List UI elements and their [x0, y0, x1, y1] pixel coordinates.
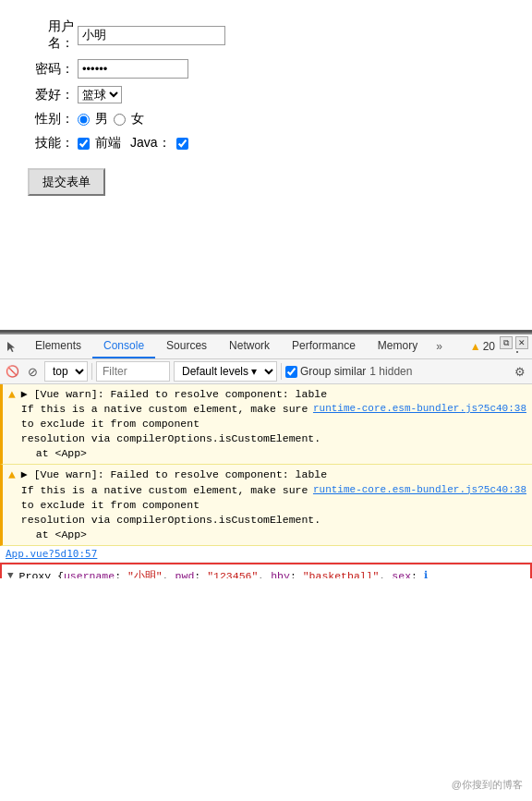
warning-content-2: ▶ [Vue warn]: Failed to resolve componen… [21, 467, 526, 541]
tab-console[interactable]: Console [92, 334, 155, 358]
devtools-panel: ⧉ ✕ Elements Console Sources Network Per… [0, 333, 532, 578]
tab-network[interactable]: Network [218, 334, 281, 358]
form-row-hobby: 爱好： 篮球 [28, 86, 504, 103]
tab-more[interactable]: » [429, 335, 450, 358]
warning-at-1: at <App> [21, 446, 526, 461]
gender-radio-group: 男 女 [78, 111, 144, 127]
proxy-info-icon: ℹ [424, 568, 428, 578]
tab-performance[interactable]: Performance [281, 334, 367, 358]
form-row-gender: 性别： 男 女 [28, 111, 504, 127]
warning-detail-1: If this is a native custom element, make… [21, 403, 320, 444]
devtools-close-button[interactable]: ✕ [515, 336, 528, 349]
hobby-label: 爱好： [28, 87, 74, 103]
group-similar-label: Group similar [300, 365, 366, 378]
warning-at-2: at <App> [21, 528, 526, 542]
watermark: @你搜到的博客 [452, 778, 523, 792]
skill-frontend-checkbox[interactable] [78, 138, 90, 150]
warning-message-1: ▲ ▶ [Vue warn]: Failed to resolve compon… [0, 384, 532, 465]
submit-button[interactable]: 提交表单 [28, 168, 105, 196]
form-row-password: 密码： [28, 59, 504, 79]
page-content: 用户名： 密码： 爱好： 篮球 性别： 男 女 技能： 前端 Java： 提交表… [0, 0, 532, 333]
divider [91, 363, 92, 380]
username-input[interactable] [78, 26, 225, 45]
warning-link-1[interactable]: runtime-core.esm-bundler.js?5c40:38 [313, 402, 526, 416]
tab-memory[interactable]: Memory [367, 334, 429, 358]
clear-console-icon[interactable]: 🚫 [4, 363, 20, 380]
proxy-header: ▼ Proxy {username: "小明", pwd: "123456", … [7, 568, 525, 578]
proxy-expand-arrow[interactable]: ▼ [7, 568, 14, 578]
skill-label: 技能： [28, 135, 74, 152]
username-label: 用户名： [28, 18, 74, 52]
app-vue-link[interactable]: App.vue?5d10:57 [6, 548, 97, 560]
skill-java-checkbox[interactable] [176, 138, 188, 150]
warning-link-2[interactable]: runtime-core.esm-bundler.js?5c40:38 [313, 483, 526, 497]
devtools-resize-button[interactable]: ⧉ [500, 336, 513, 349]
tab-sources[interactable]: Sources [155, 334, 218, 358]
warning-text-2: [Vue warn]: Failed to resolve component:… [34, 468, 327, 480]
warning-expand-2[interactable]: ▶ [21, 468, 28, 480]
gender-male-label: 男 [95, 111, 108, 127]
skill-checkbox-group: 前端 Java： [78, 135, 188, 152]
console-toolbar: 🚫 ⊘ top Default levels ▾ Group similar 1… [0, 359, 532, 384]
password-input[interactable] [78, 59, 188, 79]
warning-detail-2: If this is a native custom element, make… [21, 484, 320, 526]
form-row-skill: 技能： 前端 Java： [28, 135, 504, 152]
console-settings-icon[interactable]: ⚙ [512, 363, 528, 380]
hidden-count: 1 hidden [369, 365, 412, 378]
form-row-username: 用户名： [28, 18, 504, 52]
tab-elements[interactable]: Elements [24, 334, 92, 358]
alert-count: 20 [483, 340, 495, 353]
password-label: 密码： [28, 61, 74, 78]
console-output[interactable]: ▲ ▶ [Vue warn]: Failed to resolve compon… [0, 384, 532, 578]
alert-badge-container: ▲ 20 [470, 340, 502, 353]
alert-triangle-icon: ▲ [470, 340, 481, 353]
warning-icon-1: ▲ [8, 388, 16, 402]
levels-select[interactable]: Default levels ▾ [174, 361, 277, 382]
proxy-block: ▼ Proxy {username: "小明", pwd: "123456", … [0, 563, 532, 578]
divider2 [281, 363, 282, 380]
warning-content-1: ▶ [Vue warn]: Failed to resolve componen… [21, 387, 526, 461]
devtools-tabs: Elements Console Sources Network Perform… [0, 334, 532, 359]
proxy-header-text: Proxy {username: "小明", pwd: "123456", hb… [19, 568, 417, 578]
filter-input[interactable] [96, 361, 170, 382]
warning-message-2: ▲ ▶ [Vue warn]: Failed to resolve compon… [0, 465, 532, 545]
group-similar-checkbox-group: Group similar [285, 365, 366, 378]
warning-expand-1[interactable]: ▶ [21, 388, 28, 400]
devtools-cursor-icon [0, 340, 24, 353]
hobby-select[interactable]: 篮球 [78, 86, 122, 103]
group-similar-checkbox[interactable] [285, 366, 297, 378]
app-link-line: App.vue?5d10:57 [0, 546, 532, 563]
warning-text-1: [Vue warn]: Failed to resolve component:… [34, 388, 327, 400]
context-select[interactable]: top [44, 361, 88, 382]
skill-frontend-label: 前端 [95, 135, 121, 152]
gender-male-radio[interactable] [78, 114, 90, 126]
skill-java-label: Java： [130, 135, 171, 152]
filter-icon[interactable]: ⊘ [24, 363, 41, 380]
warning-icon-2: ▲ [8, 468, 16, 482]
gender-female-label: 女 [131, 111, 144, 127]
gender-female-radio[interactable] [114, 114, 126, 126]
gender-label: 性别： [28, 111, 74, 127]
devtools-window-controls: ⧉ ✕ [500, 336, 528, 349]
